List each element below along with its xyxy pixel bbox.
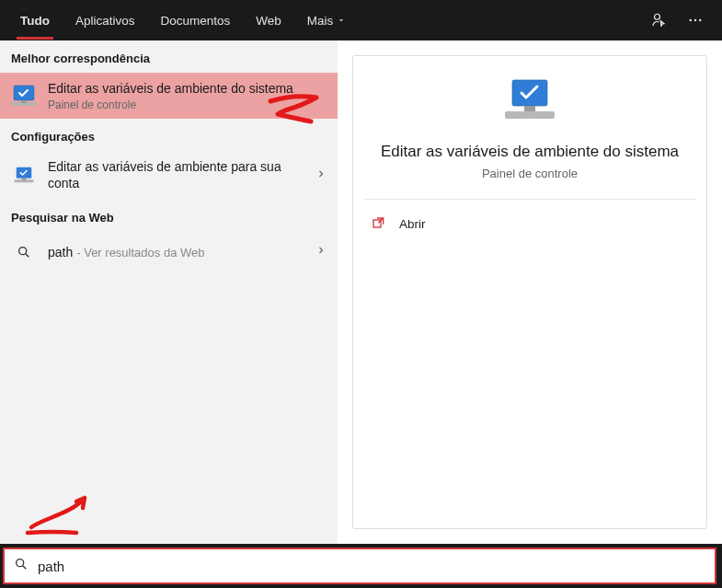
- more-options-icon[interactable]: [687, 12, 704, 29]
- tab-documentos[interactable]: Documentos: [148, 3, 244, 39]
- chevron-right-icon: [315, 245, 327, 259]
- results-panel: Melhor correspondência Editar as variáve…: [0, 40, 338, 544]
- best-match-item[interactable]: Editar as variáveis de ambiente do siste…: [0, 73, 338, 119]
- preview-card: Editar as variáveis de ambiente do siste…: [352, 55, 707, 529]
- preview-title: Editar as variáveis de ambiente do siste…: [373, 143, 686, 161]
- svg-rect-6: [21, 100, 27, 103]
- search-input[interactable]: [38, 559, 705, 574]
- chevron-down-icon: [337, 14, 346, 28]
- search-icon: [14, 557, 29, 575]
- web-search-hint: - Ver resultados da Web: [76, 246, 204, 259]
- divider: [364, 199, 695, 200]
- web-search-item[interactable]: path - Ver resultados da Web: [0, 232, 338, 272]
- svg-rect-13: [505, 111, 555, 119]
- search-icon: [11, 239, 37, 265]
- search-bar[interactable]: [3, 548, 716, 584]
- annotation-1: [26, 481, 92, 538]
- svg-point-15: [17, 559, 24, 567]
- system-settings-icon: [11, 83, 37, 109]
- tab-aplicativos[interactable]: Aplicativos: [63, 3, 148, 39]
- header-bar: Tudo Aplicativos Documentos Web Mais: [0, 0, 722, 40]
- tab-tudo[interactable]: Tudo: [7, 3, 63, 39]
- svg-point-3: [699, 19, 701, 21]
- svg-rect-9: [22, 179, 27, 180]
- best-match-title: Editar as variáveis de ambiente do siste…: [48, 80, 327, 97]
- preview-subtitle: Painel de controle: [482, 167, 578, 180]
- feedback-icon[interactable]: [650, 12, 667, 29]
- open-icon: [372, 216, 386, 231]
- svg-point-2: [694, 19, 696, 21]
- best-match-header: Melhor correspondência: [0, 40, 338, 73]
- tab-mais-label: Mais: [307, 14, 334, 28]
- svg-point-0: [655, 14, 660, 19]
- svg-point-10: [19, 247, 27, 254]
- tab-mais[interactable]: Mais: [294, 3, 360, 39]
- web-search-term: path: [48, 245, 73, 259]
- chevron-right-icon: [315, 168, 327, 182]
- content-area: Melhor correspondência Editar as variáve…: [0, 40, 722, 544]
- settings-header: Configurações: [0, 119, 338, 151]
- svg-rect-12: [524, 106, 535, 111]
- system-settings-icon: [11, 162, 37, 188]
- settings-item-title: Editar as variáveis de ambiente para sua…: [48, 158, 304, 191]
- open-action[interactable]: Abrir: [364, 211, 433, 236]
- preview-panel: Editar as variáveis de ambiente do siste…: [338, 40, 722, 544]
- web-search-header: Pesquisar na Web: [0, 200, 338, 232]
- svg-point-1: [690, 19, 692, 21]
- open-label: Abrir: [399, 217, 426, 231]
- header-tabs: Tudo Aplicativos Documentos Web Mais: [7, 3, 650, 39]
- system-settings-large-icon: [503, 78, 556, 128]
- settings-item-user-env[interactable]: Editar as variáveis de ambiente para sua…: [0, 151, 338, 199]
- tab-web[interactable]: Web: [243, 3, 294, 39]
- best-match-subtitle: Painel de controle: [48, 98, 327, 111]
- header-actions: [650, 12, 715, 29]
